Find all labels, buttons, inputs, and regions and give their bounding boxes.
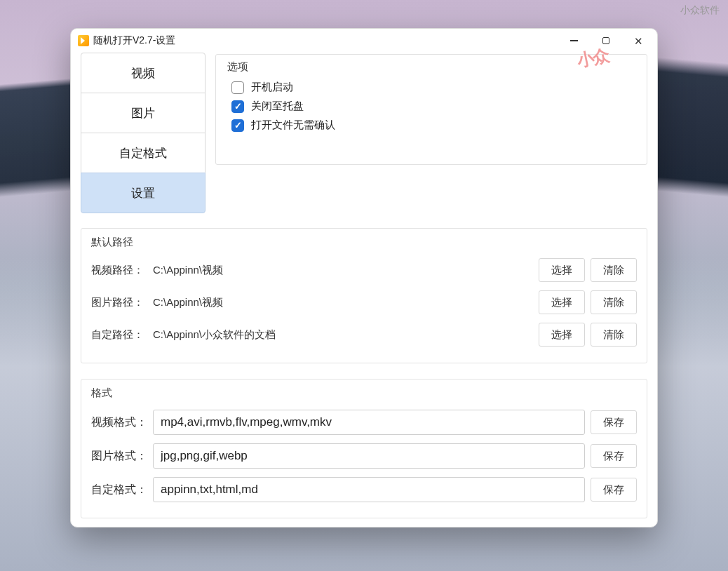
path-row-custom: 自定路径： C:\Appinn\小众软件的文档 选择 清除 [91, 322, 637, 347]
maximize-button[interactable] [590, 30, 622, 51]
formats-legend: 格式 [91, 387, 637, 400]
path-value: C:\Appinn\视频 [153, 264, 533, 277]
clear-button[interactable]: 清除 [591, 258, 637, 282]
checkbox-icon [231, 81, 244, 94]
close-icon: ✕ [634, 36, 643, 46]
option-label: 打开文件无需确认 [251, 119, 335, 132]
save-button[interactable]: 保存 [591, 478, 637, 502]
footer: 本软件免费且开源，如觉得好用欢迎分享评分打赏，你的鼓励就是我的动力 软件更新 吾… [81, 518, 647, 527]
format-row-custom: 自定格式： 保存 [91, 476, 637, 504]
format-label: 图片格式： [91, 449, 153, 464]
app-window: 随机打开V2.7-设置 ✕ 小众 视频 图片 自定格式 设置 选项 开机启动 [70, 28, 658, 528]
choose-button[interactable]: 选择 [539, 258, 585, 282]
close-button[interactable]: ✕ [622, 30, 654, 51]
path-value: C:\Appinn\视频 [153, 296, 533, 309]
checkbox-icon [231, 100, 244, 113]
path-row-video: 视频路径： C:\Appinn\视频 选择 清除 [91, 257, 637, 283]
format-input-image[interactable] [153, 443, 585, 469]
sidebar-tabs: 视频 图片 自定格式 设置 [81, 53, 205, 213]
format-input-video[interactable] [153, 410, 585, 435]
tab-custom-format[interactable]: 自定格式 [81, 133, 205, 173]
choose-button[interactable]: 选择 [539, 290, 585, 314]
path-row-image: 图片路径： C:\Appinn\视频 选择 清除 [91, 290, 637, 315]
choose-button[interactable]: 选择 [539, 323, 585, 347]
clear-button[interactable]: 清除 [591, 290, 637, 314]
paths-legend: 默认路径 [91, 236, 637, 249]
tab-video[interactable]: 视频 [81, 53, 205, 93]
maximize-icon [602, 37, 609, 44]
path-label: 自定路径： [91, 328, 153, 342]
option-label: 开机启动 [251, 81, 293, 94]
path-value: C:\Appinn\小众软件的文档 [153, 328, 533, 342]
tab-image[interactable]: 图片 [81, 93, 205, 133]
path-label: 图片路径： [91, 296, 153, 309]
window-title: 随机打开V2.7-设置 [93, 34, 175, 47]
save-button[interactable]: 保存 [591, 410, 637, 434]
default-paths-group: 默认路径 视频路径： C:\Appinn\视频 选择 清除 图片路径： C:\A… [81, 228, 647, 363]
titlebar[interactable]: 随机打开V2.7-设置 ✕ 小众 [71, 29, 657, 53]
path-label: 视频路径： [91, 264, 153, 277]
save-button[interactable]: 保存 [591, 444, 637, 468]
app-icon [78, 35, 89, 46]
minimize-icon [570, 40, 578, 41]
option-label: 关闭至托盘 [251, 100, 304, 113]
window-body: 视频 图片 自定格式 设置 选项 开机启动 关闭至托盘 打开文件无需确认 [71, 53, 657, 527]
format-row-video: 视频格式： 保存 [91, 408, 637, 436]
format-label: 视频格式： [91, 415, 153, 430]
format-input-custom[interactable] [153, 477, 585, 502]
checkbox-icon [231, 119, 244, 132]
option-no-confirm[interactable]: 打开文件无需确认 [231, 119, 637, 132]
option-autostart[interactable]: 开机启动 [231, 81, 637, 94]
formats-group: 格式 视频格式： 保存 图片格式： 保存 自定格式： 保存 [81, 379, 647, 518]
minimize-button[interactable] [558, 30, 590, 51]
clear-button[interactable]: 清除 [591, 323, 637, 347]
format-label: 自定格式： [91, 483, 153, 497]
page-watermark: 小众软件 [680, 4, 720, 17]
options-group: 选项 开机启动 关闭至托盘 打开文件无需确认 [215, 54, 647, 165]
options-legend: 选项 [226, 60, 637, 74]
option-close-to-tray[interactable]: 关闭至托盘 [231, 100, 637, 113]
format-row-image: 图片格式： 保存 [91, 442, 637, 470]
tab-settings[interactable]: 设置 [81, 173, 205, 213]
